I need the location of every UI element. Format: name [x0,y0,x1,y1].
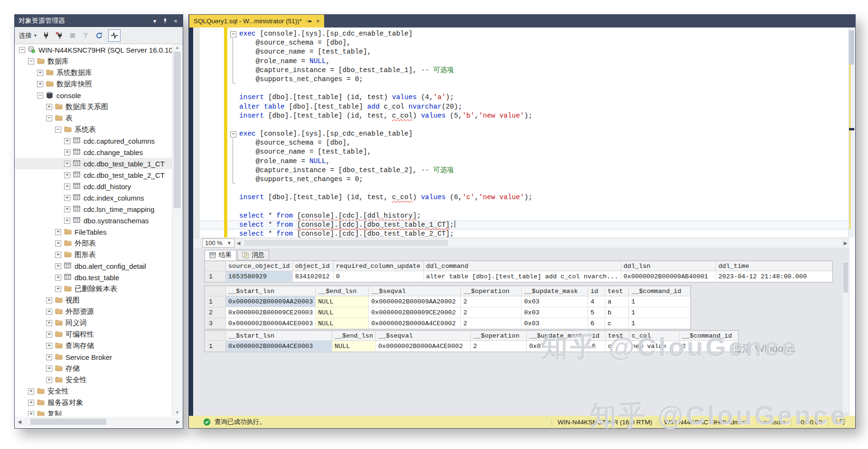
scrollbar-thumb[interactable] [849,30,854,64]
expand-icon[interactable]: + [64,206,70,212]
column-header[interactable]: c_col [629,331,680,341]
grid-cell[interactable]: new value [629,341,680,352]
code-line[interactable]: @source_schema = [dbo], [200,138,849,147]
connect-plug-icon[interactable] [42,31,50,39]
expand-icon[interactable]: + [55,240,61,247]
grid-cell[interactable]: 834102012 [292,271,333,282]
scroll-left-icon[interactable]: ◀ [234,240,243,246]
grid-cell[interactable]: NULL [316,318,369,329]
code-line[interactable]: @capture_instance = [dbo_test_table_1], … [200,66,849,75]
tab-results[interactable]: 结果 [205,250,236,260]
expand-icon[interactable]: + [46,366,52,372]
tree-item[interactable]: +图形表 [15,249,172,260]
tree-item[interactable]: +cdc.index_columns [15,192,172,203]
collapse-icon[interactable]: − [55,127,61,133]
close-icon[interactable]: × [316,18,320,25]
tree-item[interactable]: +cdc.change_tables [15,147,172,158]
fold-collapse-icon[interactable]: − [230,31,236,37]
code-line[interactable]: @supports_net_changes = 0; [200,175,849,184]
code-line[interactable]: @role_name = NULL, [200,157,849,166]
grid-cell[interactable]: 6 [589,341,606,352]
grid-cell[interactable]: 0x0000002B0000A4CE0002 [376,341,471,352]
disconnect-plug-icon[interactable] [55,31,63,39]
expand-icon[interactable]: + [28,400,34,406]
tree-item[interactable]: +dbo.systranschemas [15,215,172,226]
column-header[interactable]: id [589,331,606,341]
row-header[interactable]: 1 [205,341,226,352]
tree-item[interactable]: +外部资源 [15,306,172,317]
grid-cell[interactable]: 1 [629,307,691,318]
grid-cell[interactable]: 0x03 [522,307,588,318]
code-line[interactable]: insert [dbo].[test_table] (id, test) val… [200,93,849,102]
tree-item[interactable]: −系统表 [15,124,172,135]
expand-icon[interactable]: + [55,275,61,281]
expand-icon[interactable]: + [64,149,70,156]
column-header[interactable]: required_column_update [333,261,423,271]
fold-collapse-icon[interactable]: − [230,131,236,137]
grid-cell[interactable]: 0x07 [527,341,589,352]
expand-icon[interactable]: + [64,195,70,201]
object-explorer-titlebar[interactable]: 对象资源管理器 ▾ × [15,15,183,27]
tree-item[interactable]: +数据库关系图 [15,101,172,112]
tree-item[interactable]: +dbo.test_table [15,272,172,283]
scrollbar-thumb[interactable] [244,240,448,246]
expand-icon[interactable]: + [64,161,70,167]
expand-icon[interactable]: + [46,377,52,383]
grid-cell[interactable]: a [605,296,629,307]
grid-cell[interactable]: 0x0000002B00009AA20003 [226,296,316,307]
code-line[interactable]: select * from [console].[cdc].[dbo_test_… [200,229,849,238]
code-line[interactable]: @source_name = [test_table], [200,47,849,56]
code-line[interactable]: @supports_net_changes = 0; [200,75,849,84]
column-header[interactable]: __$update_mask [522,286,588,296]
scroll-right-icon[interactable]: ▶ [841,240,849,246]
column-header[interactable]: __$operation [461,286,522,296]
code-line[interactable]: alter table [dbo].[test_table] add c_col… [200,102,849,111]
grid-cell[interactable]: 1653580929 [226,271,293,282]
expand-icon[interactable]: + [46,297,52,303]
tree-item[interactable]: +视图 [15,294,172,306]
code-line[interactable] [200,202,849,211]
grid-cell[interactable]: 0x0000002B0000A4CE0003 [226,318,316,329]
scrollbar-thumb[interactable] [30,419,106,425]
tree-item[interactable]: +同义词 [15,317,172,329]
code-line[interactable]: exec [console].[sys].[sp_cdc_enable_tabl… [200,29,849,38]
column-header[interactable]: test [606,331,629,341]
grid-cell[interactable]: 0x0000002B0000A4CE0003 [226,341,332,352]
row-header[interactable]: 1 [205,296,226,307]
grid-cell[interactable]: alter table [dbo].[test_table] add c_col… [423,271,621,282]
corner-header[interactable] [205,286,226,296]
zoom-dropdown[interactable]: 100 % ▼ [202,238,234,247]
connect-button[interactable]: 连接 ▾ [19,31,37,40]
expand-icon[interactable]: + [37,70,43,76]
grid-cell[interactable]: c [606,341,629,352]
tree-item[interactable]: −数据库 [15,55,172,67]
code-line[interactable]: @role_name = NULL, [200,57,849,66]
tree-item[interactable]: +查询存储 [15,340,172,351]
expand-icon[interactable]: + [64,183,70,190]
code-line[interactable]: exec [console].[sys].[sp_cdc_enable_tabl… [200,129,849,138]
code-line[interactable]: @source_name = [test_table], [200,147,849,156]
tree-item[interactable]: +cdc.dbo_test_table_2_CT [15,169,172,181]
tree-item[interactable]: −表 [15,112,172,124]
tree-item[interactable]: +安全性 [15,385,172,397]
tree-item[interactable]: +cdc.lsn_time_mapping [15,203,172,215]
row-header[interactable]: 3 [205,318,226,329]
tree-item[interactable]: +cdc.ddl_history [15,181,172,192]
tab-sqlquery1[interactable]: SQLQuery1.sql - W...ministrator (51))* × [189,15,324,27]
tree-item[interactable]: +数据库快照 [15,78,172,90]
grid-cell[interactable]: 0x03 [522,296,588,307]
collapse-icon[interactable]: − [37,92,43,99]
scrollbar-thumb[interactable] [843,262,848,293]
grid-cell[interactable]: 4 [588,296,605,307]
column-header[interactable]: test [605,286,629,296]
tree-item[interactable]: +安全性 [15,374,172,385]
grid-cell[interactable]: 1 [629,318,691,329]
column-header[interactable]: ddl_lsn [621,261,716,271]
tree-item[interactable]: +外部表 [15,238,172,249]
column-header[interactable]: id [588,286,605,296]
tree-item[interactable]: +FileTables [15,226,172,238]
column-header[interactable]: __$seqval [369,286,461,296]
code-area[interactable]: exec [console].[sys].[sp_cdc_enable_tabl… [193,27,849,238]
collapse-icon[interactable]: − [28,58,34,64]
expand-icon[interactable]: + [46,320,52,326]
